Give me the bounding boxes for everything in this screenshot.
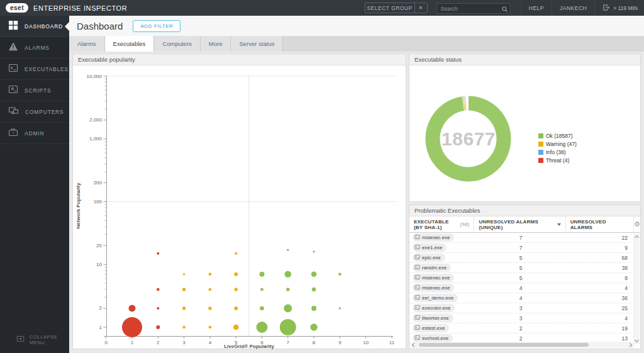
bubble-threat[interactable] [157,307,159,310]
search-input[interactable] [436,3,511,14]
bubble-warning[interactable] [234,306,238,310]
bubble-ok[interactable] [260,272,265,277]
column-header-unresolved-unique[interactable]: UNRESOLVED ALARMS (UNIQUE) [474,216,565,232]
scroll-up-icon[interactable] [634,235,638,240]
sidebar-item-admin[interactable]: ADMIN [0,123,69,144]
unresolved-total-value: 22 [567,235,628,241]
executable-name-pill[interactable]: exe1.exe [413,244,447,252]
unresolved-unique-value: 2 [475,325,567,332]
bubble-warning[interactable] [182,306,186,310]
executable-popularity-chart[interactable]: 0123456789101110,0002,0001,0002001002010… [73,65,406,350]
executable-name-pill[interactable]: msiexec.exe [413,274,454,282]
bubble-ok[interactable] [260,306,264,311]
bubble-ok[interactable] [338,272,341,276]
bubble-ok[interactable] [260,288,264,291]
x-tick-label: 9 [338,340,341,345]
bubble-ok[interactable] [280,319,296,335]
bubble-warning[interactable] [235,252,237,255]
scroll-right-icon[interactable] [628,342,632,347]
active-item-wedge [65,22,69,31]
bubble-ok[interactable] [310,323,317,330]
bubble-warning[interactable] [233,325,239,330]
column-header-unresolved[interactable]: UNRESOLVED ALARMS [566,216,633,232]
user-menu[interactable]: JANKECH [552,0,594,16]
sidebar-item-dashboard[interactable]: DASHBOARD [0,16,69,37]
bubble-ok[interactable] [312,288,316,292]
bubble-ok[interactable] [287,249,289,251]
sidebar: DASHBOARDALARMSEXECUTABLESSCRIPTSCOMPUTE… [0,16,69,353]
bubble-ok[interactable] [257,322,268,333]
executable-name-pill[interactable]: msiexec.exe [413,284,454,292]
bubble-ok[interactable] [313,250,314,252]
sidebar-item-alarms[interactable]: ALARMS [0,37,69,59]
unresolved-total-value: 4 [567,315,628,322]
bubble-threat[interactable] [157,288,160,291]
help-link[interactable]: HELP [521,0,552,16]
table-settings-gear-icon[interactable]: ⚙ [634,216,640,232]
executable-name-pill[interactable]: ransim.exe [413,264,451,272]
bubble-warning[interactable] [235,288,238,291]
table-row[interactable]: exe1.exe79 [409,243,640,253]
add-filter-button[interactable]: ADD FILTER [133,20,180,32]
horizontal-scroll-thumb[interactable] [419,343,589,347]
sidebar-item-label: ALARMS [25,45,50,51]
executable-name-pill[interactable]: eei_demo.exe [413,294,458,302]
bubble-ok[interactable] [286,288,289,291]
executable-name-pill[interactable]: estest.exe [413,324,449,332]
bubble-warning[interactable] [208,306,211,310]
bubble-warning[interactable] [182,326,186,329]
sidebar-item-executables[interactable]: EXECUTABLES [0,59,69,80]
bubble-ok[interactable] [284,304,292,312]
executable-icon [414,315,420,322]
tab-server-status[interactable]: Server status [231,36,283,52]
executable-count-badge: (98) [460,221,469,227]
table-row[interactable]: eei_demo.exe436 [409,293,640,303]
select-group-button[interactable]: SELECT GROUP ✕ [365,3,428,13]
collapse-menu-button[interactable]: COLLAPSE MENU [0,332,69,348]
executable-name-pill[interactable]: msiexec.exe [413,233,454,242]
table-row[interactable]: msiexec.exe44 [409,283,640,293]
bubble-warning[interactable] [182,288,186,291]
close-icon[interactable]: ✕ [414,3,427,13]
bubble-warning[interactable] [234,272,238,276]
executable-icon [414,264,420,271]
bubble-warning[interactable] [209,326,212,329]
tab-computers[interactable]: Computers [154,36,200,52]
executable-name-pill[interactable]: tiworker.exe [413,314,453,322]
bubble-ok[interactable] [311,271,317,277]
tab-alarms[interactable]: Alarms [69,36,105,52]
scroll-left-icon[interactable] [412,342,416,347]
table-row[interactable]: epic.exe568 [409,253,640,263]
y-tick-label: 10 [96,262,102,267]
vertical-scrollbar[interactable] [633,233,640,344]
executable-name-pill[interactable]: epic.exe [413,254,445,262]
table-row[interactable]: estest.exe219 [409,323,640,333]
tab-more[interactable]: More [201,36,231,52]
session-logout[interactable]: > 119 MIN [594,0,644,16]
bubble-warning[interactable] [209,272,212,276]
bubble-threat[interactable] [129,305,136,311]
bubble-ok[interactable] [285,271,292,277]
table-row[interactable]: msiexec.exe722 [409,233,640,243]
dashboard-content: Executable popularity 0123456789101110,0… [69,52,644,353]
bubble-ok[interactable] [339,307,341,309]
table-row[interactable]: ransim.exe538 [409,263,640,273]
sidebar-item-computers[interactable]: COMPUTERS [0,101,69,123]
bubble-threat[interactable] [156,325,160,329]
table-row[interactable]: tiworker.exe34 [409,313,640,323]
bubble-warning[interactable] [209,288,212,291]
tab-executables[interactable]: Executables [105,36,155,52]
bubble-threat[interactable] [157,252,159,255]
bubble-threat[interactable] [122,317,142,337]
horizontal-scrollbar[interactable] [410,342,634,348]
x-axis-title: LiveGrid® Popularity [224,344,274,349]
bubble-warning[interactable] [183,273,186,276]
executable-name-pill[interactable]: executor.exe [413,304,455,312]
bubble-ok[interactable] [311,306,316,311]
sidebar-item-scripts[interactable]: SCRIPTS [0,80,69,101]
legend-item-ok: Ok (18587) [538,133,577,139]
table-row[interactable]: msiexec.exe58 [409,273,640,283]
column-header-executable[interactable]: EXECUTABLE (BY SHA-1) (98) [409,216,474,232]
scroll-down-icon[interactable] [634,338,638,342]
table-row[interactable]: executor.exe325 [409,303,640,313]
